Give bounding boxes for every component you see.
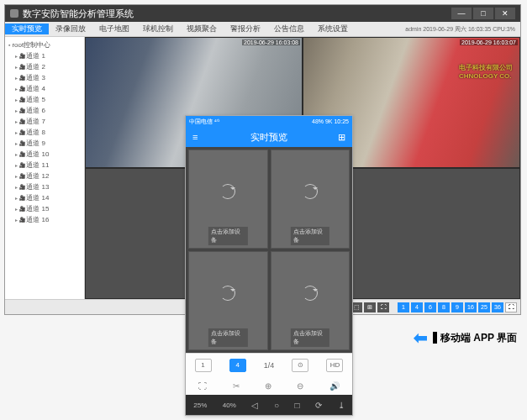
menu-aggregate[interactable]: 视频聚合 xyxy=(180,24,224,34)
layout-button[interactable]: 9 xyxy=(451,302,463,312)
phone-navbar: 25% 40% ◁ ○ □ ⟳ ⤓ xyxy=(186,395,352,415)
arrow-left-icon: ⬅ xyxy=(414,328,428,348)
phone-cell[interactable]: 点击添加设备 xyxy=(188,150,268,249)
tree-cam[interactable]: 通道 6 xyxy=(7,105,82,116)
status-text: admin 2019-06-29 周六 16:03:35 CPU:3% xyxy=(400,25,520,34)
menu-playback[interactable]: 录像回放 xyxy=(49,24,92,34)
refresh-icon[interactable]: ⟳ xyxy=(315,401,322,410)
titlebar: 数字安防智能分析管理系统 — □ ✕ xyxy=(5,5,520,22)
layout-button[interactable]: 4 xyxy=(411,302,423,312)
nav-pct1: 25% xyxy=(193,402,207,409)
cell-caption: 点击添加设备 xyxy=(208,328,247,347)
tree-cam[interactable]: 通道 16 xyxy=(7,214,82,225)
recent-icon[interactable]: □ xyxy=(295,401,300,410)
tree-cam[interactable]: 通道 15 xyxy=(7,203,82,214)
layout4-button[interactable]: 4 xyxy=(229,359,246,372)
app-title: 数字安防智能分析管理系统 xyxy=(23,8,134,20)
phone-toolbar: 1 4 1/4 ⊙ HD xyxy=(186,353,352,376)
phone-zoombar: ⛶ ✂ ⊕ ⊖ 🔊 xyxy=(186,376,352,395)
tree-cam[interactable]: 通道 11 xyxy=(7,160,82,171)
audio-icon[interactable]: 🔊 xyxy=(329,381,340,391)
phone-statusbar: 中国电信 ⁴ᴳ 48% 9K 10:25 xyxy=(186,116,352,127)
phone-video-grid: 点击添加设备 点击添加设备 点击添加设备 点击添加设备 xyxy=(186,147,352,353)
snapshot-icon[interactable]: ✂ xyxy=(233,381,240,391)
mobile-app-overlay: 中国电信 ⁴ᴳ 48% 9K 10:25 ≡ 实时预览 ⊞ 点击添加设备 点击添… xyxy=(185,115,353,416)
tree-cam[interactable]: 通道 10 xyxy=(7,149,82,160)
bar-icon xyxy=(433,332,437,344)
minimize-button[interactable]: — xyxy=(451,8,472,19)
refresh-icon xyxy=(220,184,235,199)
menu-settings[interactable]: 系统设置 xyxy=(311,24,355,34)
tree-root[interactable]: root控制中心 xyxy=(7,39,82,50)
layout-button[interactable]: 25 xyxy=(478,302,490,312)
tree-cam[interactable]: 通道 4 xyxy=(7,83,82,94)
maximize-button[interactable]: □ xyxy=(473,8,493,19)
tree-cam[interactable]: 通道 3 xyxy=(7,72,82,83)
tree-cam[interactable]: 通道 2 xyxy=(7,61,82,72)
menu-ptz[interactable]: 球机控制 xyxy=(136,24,180,34)
layout-icon[interactable]: ⊞ xyxy=(338,132,345,143)
phone-title: 实时预览 xyxy=(250,131,287,144)
menu-emap[interactable]: 电子地图 xyxy=(92,24,136,34)
ctrl-button[interactable]: ⛶ xyxy=(377,302,389,312)
zoom-in-icon[interactable]: ⊕ xyxy=(265,381,271,391)
back-icon[interactable]: ◁ xyxy=(251,401,258,410)
tree-cam[interactable]: 通道 5 xyxy=(7,94,82,105)
refresh-icon xyxy=(220,286,235,301)
menu-alarm[interactable]: 警报分析 xyxy=(224,24,267,34)
cell-caption: 点击添加设备 xyxy=(291,328,329,347)
main-menubar: 实时预览 录像回放 电子地图 球机控制 视频聚合 警报分析 公告信息 系统设置 … xyxy=(5,22,520,37)
layout-button[interactable]: 36 xyxy=(492,302,503,312)
phone-cell[interactable]: 点击添加设备 xyxy=(188,251,268,350)
fullscreen-button[interactable]: ⛶ xyxy=(505,302,517,312)
home-icon[interactable]: ○ xyxy=(274,401,279,410)
phone-cell[interactable]: 点击添加设备 xyxy=(271,251,350,350)
menu-realtime[interactable]: 实时预览 xyxy=(5,24,49,34)
annotation-text: 移动端 APP 界面 xyxy=(440,331,517,345)
layout1-button[interactable]: 1 xyxy=(195,359,212,372)
tree-cam[interactable]: 通道 12 xyxy=(7,171,82,181)
page-indicator: 1/4 xyxy=(264,361,275,370)
refresh-icon xyxy=(303,184,318,199)
tree-cam[interactable]: 通道 7 xyxy=(7,116,82,127)
layout-button[interactable]: 6 xyxy=(424,302,436,312)
cell-caption: 点击添加设备 xyxy=(208,227,247,245)
ctrl-button[interactable]: ⊞ xyxy=(364,302,376,312)
zoom-out-icon[interactable]: ⊖ xyxy=(297,381,303,391)
layout-button[interactable]: 8 xyxy=(438,302,450,312)
tree-cam[interactable]: 通道 14 xyxy=(7,192,82,203)
app-logo-icon xyxy=(10,9,18,18)
record-button[interactable]: ⊙ xyxy=(292,359,308,372)
refresh-icon xyxy=(303,286,318,301)
nav-pct2: 40% xyxy=(223,402,236,409)
fullscreen-icon[interactable]: ⛶ xyxy=(198,381,207,391)
layout-button[interactable]: 1 xyxy=(398,302,409,312)
close-button[interactable]: ✕ xyxy=(495,8,515,19)
callout-annotation: ⬅ 移动端 APP 界面 xyxy=(414,328,517,348)
download-icon[interactable]: ⤓ xyxy=(338,401,345,410)
osd-timestamp: 2019-06-29 16:03:07 xyxy=(460,39,518,45)
tree-cam[interactable]: 通道 8 xyxy=(7,127,82,138)
cell-caption: 点击添加设备 xyxy=(291,227,329,245)
hd-button[interactable]: HD xyxy=(326,359,343,372)
phone-cell[interactable]: 点击添加设备 xyxy=(271,150,350,249)
device-tree-sidebar: root控制中心 通道 1 通道 2 通道 3 通道 4 通道 5 通道 6 通… xyxy=(5,37,85,299)
tree-cam[interactable]: 通道 13 xyxy=(7,181,82,192)
menu-notice[interactable]: 公告信息 xyxy=(267,24,311,34)
osd-timestamp: 2019-06-29 16:03:08 xyxy=(242,39,300,45)
tree-cam[interactable]: 通道 1 xyxy=(7,50,82,61)
carrier-label: 中国电信 ⁴ᴳ xyxy=(189,118,219,126)
layout-button[interactable]: 16 xyxy=(465,302,477,312)
menu-icon[interactable]: ≡ xyxy=(192,132,198,142)
battery-label: 48% 9K 10:25 xyxy=(312,118,349,124)
phone-header: ≡ 实时预览 ⊞ xyxy=(186,127,352,147)
tree-cam[interactable]: 通道 9 xyxy=(7,138,82,149)
